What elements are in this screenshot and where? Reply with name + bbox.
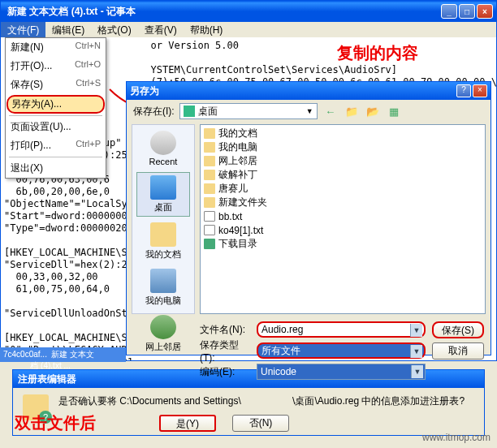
encoding-combo[interactable]: Unicode▼ (257, 364, 426, 380)
close-button[interactable]: × (477, 4, 493, 19)
annotation-doubleclick: 双击文件后 (15, 412, 96, 434)
taskbar-item[interactable]: 7c4c0c0af... 新建 文本文 档 (4).txt ... (0, 347, 126, 362)
back-icon[interactable]: ← (322, 103, 339, 119)
list-item[interactable]: 新建文件夹 (202, 196, 483, 209)
menu-format[interactable]: 格式(O) (91, 22, 137, 37)
encoding-label: 编码(E): (200, 365, 250, 379)
menu-item-new[interactable]: 新建(N)Ctrl+N (6, 38, 106, 57)
registry-title: 注册表编辑器 (18, 373, 76, 386)
newfolder-icon[interactable]: 📂 (365, 103, 381, 119)
folder-icon (204, 128, 215, 139)
places-bar: Recent 桌面 我的文档 我的电脑 网上邻居 (132, 124, 195, 314)
place-desktop[interactable]: 桌面 (136, 172, 190, 217)
menu-separator (9, 115, 102, 116)
chevron-down-icon[interactable]: ▼ (410, 324, 422, 337)
dialog-close-button[interactable]: × (473, 84, 487, 97)
list-item[interactable]: 下载目录 (202, 237, 483, 251)
list-item[interactable]: 唐赛儿 (202, 182, 483, 196)
folder-icon (204, 183, 215, 194)
folder-icon (204, 142, 215, 153)
place-documents[interactable]: 我的文档 (136, 220, 190, 263)
menu-item-print[interactable]: 打印(P)...Ctrl+P (6, 136, 106, 155)
place-network[interactable]: 网上邻居 (136, 312, 190, 355)
textfile-icon (204, 211, 215, 222)
computer-icon (150, 269, 176, 293)
desktop-icon (150, 175, 176, 200)
menu-item-saveas[interactable]: 另存为(A)... (6, 95, 105, 114)
list-item[interactable]: bb.txt (202, 209, 483, 223)
chevron-down-icon[interactable]: ▼ (410, 345, 422, 358)
views-icon[interactable]: ▦ (386, 103, 402, 119)
menu-item-save[interactable]: 保存(S)Ctrl+S (6, 75, 106, 94)
download-icon (204, 239, 215, 249)
filetype-label: 保存类型(T): (200, 338, 250, 364)
save-as-dialog: 另存为 ? × 保存在(I): 桌面 ▼ ← 📁 📂 ▦ Recent 桌面 我… (126, 81, 491, 355)
notepad-menubar: 文件(F) 编辑(E) 格式(O) 查看(V) 帮助(H) (1, 22, 496, 38)
menu-file[interactable]: 文件(F) (1, 22, 45, 37)
help-button[interactable]: ? (456, 84, 471, 97)
folder-icon (204, 156, 215, 166)
menu-item-open[interactable]: 打开(O)...Ctrl+O (6, 57, 106, 75)
menu-help[interactable]: 帮助(H) (184, 22, 230, 37)
notepad-titlebar: 新建 文本文档 (4).txt - 记事本 _ □ × (1, 1, 496, 22)
annotation-copied-content: 复制的内容 (337, 42, 418, 64)
yes-button[interactable]: 是(Y) (159, 415, 216, 432)
filename-label: 文件名(N): (200, 323, 250, 337)
list-item[interactable]: 我的文档 (202, 127, 483, 140)
save-dialog-toolbar: 保存在(I): 桌面 ▼ ← 📁 📂 ▦ (127, 100, 491, 123)
folder-icon (204, 197, 215, 208)
folder-icon (204, 170, 215, 180)
filetype-combo[interactable]: 所有文件▼ (257, 342, 426, 359)
save-button[interactable]: 保存(S) (432, 321, 484, 338)
menu-item-pagesetup[interactable]: 页面设置(U)... (6, 118, 106, 136)
chevron-down-icon[interactable]: ▼ (411, 365, 423, 378)
textfile-icon (204, 225, 215, 235)
lookin-combo[interactable]: 桌面 ▼ (179, 103, 318, 119)
watermark: www.itmop.com (422, 432, 491, 443)
place-recent[interactable]: Recent (136, 128, 190, 169)
save-dialog-title: 另存为 (130, 84, 456, 98)
menu-item-exit[interactable]: 退出(X) (6, 159, 106, 178)
place-computer[interactable]: 我的电脑 (136, 266, 190, 309)
file-menu-dropdown: 新建(N)Ctrl+N 打开(O)...Ctrl+O 保存(S)Ctrl+S 另… (5, 37, 106, 179)
chevron-down-icon: ▼ (306, 107, 313, 115)
menu-view[interactable]: 查看(V) (138, 22, 184, 37)
list-item[interactable]: ko49[1].txt (202, 223, 483, 237)
menu-separator (9, 157, 102, 157)
minimize-button[interactable]: _ (441, 4, 457, 19)
recent-icon (150, 131, 176, 155)
maximize-button[interactable]: □ (459, 4, 475, 19)
notepad-title: 新建 文本文档 (4).txt - 记事本 (4, 5, 441, 19)
file-list[interactable]: 我的文档 我的电脑 网上邻居 破解补丁 唐赛儿 新建文件夹 bb.txt ko4… (200, 124, 486, 314)
list-item[interactable]: 网上邻居 (202, 154, 483, 168)
list-item[interactable]: 我的电脑 (202, 140, 483, 154)
desktop-icon (184, 106, 195, 117)
documents-icon (150, 222, 176, 247)
no-button[interactable]: 否(N) (232, 415, 289, 432)
menu-edit[interactable]: 编辑(E) (45, 22, 91, 37)
save-dialog-titlebar: 另存为 ? × (127, 82, 491, 100)
list-item[interactable]: 破解补丁 (202, 168, 483, 182)
registry-message: 是否确认要将 C:\Documents and Settings\ \桌面\Au… (58, 394, 474, 408)
up-icon[interactable]: 📁 (344, 103, 360, 119)
network-icon (150, 315, 176, 339)
filename-input[interactable]: Audio.reg▼ (257, 321, 426, 338)
cancel-button[interactable]: 取消 (432, 342, 484, 360)
lookin-label: 保存在(I): (133, 105, 175, 118)
